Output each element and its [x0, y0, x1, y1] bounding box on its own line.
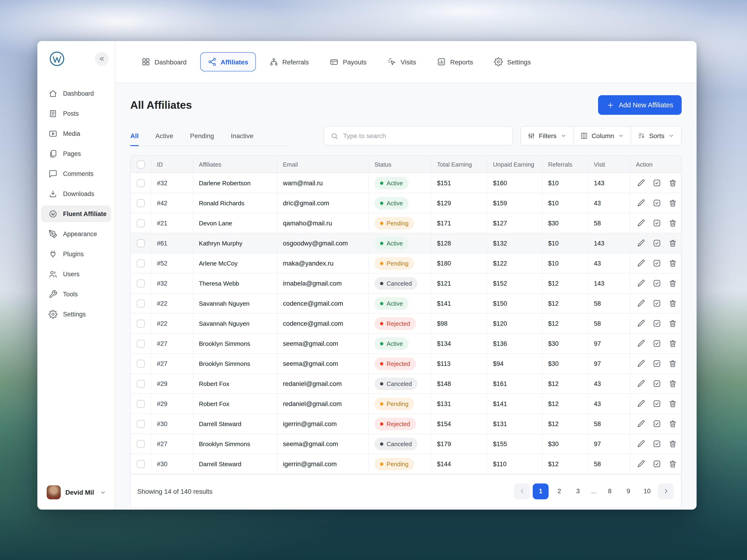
row-checkbox[interactable]	[137, 239, 145, 247]
row-checkbox[interactable]	[137, 179, 145, 187]
page-button-8[interactable]: 8	[602, 483, 618, 499]
sidebar-item-plugins[interactable]: Plugins	[41, 245, 111, 262]
delete-icon[interactable]	[669, 239, 677, 247]
row-checkbox[interactable]	[137, 460, 145, 468]
approve-icon[interactable]	[653, 199, 661, 207]
edit-icon[interactable]	[637, 239, 645, 247]
approve-icon[interactable]	[653, 439, 661, 448]
row-checkbox[interactable]	[137, 319, 145, 327]
row-checkbox[interactable]	[137, 340, 145, 347]
approve-icon[interactable]	[653, 259, 661, 267]
delete-icon[interactable]	[669, 460, 677, 468]
delete-icon[interactable]	[669, 319, 677, 328]
approve-icon[interactable]	[653, 379, 661, 388]
row-checkbox[interactable]	[137, 359, 145, 368]
delete-icon[interactable]	[669, 219, 677, 227]
topnav-item-payouts[interactable]: Payouts	[323, 52, 374, 72]
column-button[interactable]: Column	[574, 127, 632, 145]
edit-icon[interactable]	[637, 179, 645, 187]
approve-icon[interactable]	[653, 319, 661, 328]
next-page-button[interactable]	[658, 483, 674, 499]
edit-icon[interactable]	[637, 379, 645, 388]
approve-icon[interactable]	[653, 179, 661, 187]
sidebar-collapse-button[interactable]	[95, 52, 109, 66]
delete-icon[interactable]	[669, 420, 677, 428]
approve-icon[interactable]	[653, 359, 661, 368]
prev-page-button[interactable]	[514, 483, 530, 499]
sidebar-item-downloads[interactable]: Downloads	[41, 185, 111, 202]
select-all-checkbox[interactable]	[137, 160, 145, 168]
approve-icon[interactable]	[653, 239, 661, 247]
edit-icon[interactable]	[637, 339, 645, 348]
page-button-1[interactable]: 1	[533, 483, 548, 499]
edit-icon[interactable]	[637, 259, 645, 267]
edit-icon[interactable]	[637, 299, 645, 308]
edit-icon[interactable]	[637, 420, 645, 428]
edit-icon[interactable]	[637, 319, 645, 328]
sidebar-item-appearance[interactable]: Appearance	[41, 225, 111, 242]
delete-icon[interactable]	[669, 399, 677, 408]
search-input[interactable]	[343, 132, 506, 139]
delete-icon[interactable]	[669, 279, 677, 288]
add-new-affiliates-button[interactable]: Add New Affiliates	[598, 95, 681, 115]
approve-icon[interactable]	[653, 279, 661, 288]
topnav-item-dashboard[interactable]: Dashboard	[134, 52, 194, 72]
filters-button[interactable]: Filters	[521, 127, 574, 145]
delete-icon[interactable]	[669, 259, 677, 267]
delete-icon[interactable]	[669, 359, 677, 368]
topnav-item-settings[interactable]: Settings	[487, 52, 538, 72]
sidebar-item-posts[interactable]: Posts	[41, 105, 111, 122]
page-button-9[interactable]: 9	[620, 483, 636, 499]
page-button-10[interactable]: 10	[639, 483, 655, 499]
tab-inactive[interactable]: Inactive	[231, 132, 254, 145]
row-checkbox[interactable]	[137, 259, 145, 267]
sidebar-item-dashboard[interactable]: Dashboard	[41, 85, 111, 102]
edit-icon[interactable]	[637, 399, 645, 408]
edit-icon[interactable]	[637, 199, 645, 207]
cell-total-earning: $128	[431, 233, 487, 253]
approve-icon[interactable]	[653, 219, 661, 227]
approve-icon[interactable]	[653, 420, 661, 428]
delete-icon[interactable]	[669, 339, 677, 348]
sidebar-item-fluent-affiliate[interactable]: Fluent Affiliate	[41, 205, 111, 222]
sorts-button[interactable]: Sorts	[632, 127, 681, 145]
approve-icon[interactable]	[653, 339, 661, 348]
tab-active[interactable]: Active	[155, 132, 173, 145]
delete-icon[interactable]	[669, 199, 677, 207]
row-checkbox[interactable]	[137, 380, 145, 388]
row-checkbox[interactable]	[137, 299, 145, 307]
sidebar-item-comments[interactable]: Comments	[41, 165, 111, 182]
topnav-item-affiliates[interactable]: Affiliates	[200, 52, 256, 72]
approve-icon[interactable]	[653, 460, 661, 468]
topnav-item-visits[interactable]: Visits	[380, 52, 423, 72]
edit-icon[interactable]	[637, 279, 645, 288]
row-checkbox[interactable]	[137, 400, 145, 408]
edit-icon[interactable]	[637, 460, 645, 468]
sidebar-item-settings[interactable]: Settings	[41, 306, 111, 322]
edit-icon[interactable]	[637, 219, 645, 227]
row-checkbox[interactable]	[137, 420, 145, 428]
edit-icon[interactable]	[637, 439, 645, 448]
sidebar-item-tools[interactable]: Tools	[41, 286, 111, 302]
row-checkbox[interactable]	[137, 440, 145, 448]
delete-icon[interactable]	[669, 439, 677, 448]
row-checkbox[interactable]	[137, 199, 145, 207]
sidebar-item-users[interactable]: Users	[41, 266, 111, 282]
sidebar-item-pages[interactable]: Pages	[41, 145, 111, 162]
sidebar-item-media[interactable]: Media	[41, 125, 111, 142]
approve-icon[interactable]	[653, 399, 661, 408]
row-checkbox[interactable]	[137, 219, 145, 227]
delete-icon[interactable]	[669, 299, 677, 308]
topnav-item-referrals[interactable]: Referrals	[262, 52, 316, 72]
topnav-item-reports[interactable]: Reports	[430, 52, 481, 72]
delete-icon[interactable]	[669, 179, 677, 187]
approve-icon[interactable]	[653, 299, 661, 308]
tab-all[interactable]: All	[130, 132, 139, 145]
delete-icon[interactable]	[669, 379, 677, 388]
page-button-2[interactable]: 2	[551, 483, 567, 499]
page-button-3[interactable]: 3	[570, 483, 586, 499]
user-menu[interactable]: Devid Mil	[37, 479, 115, 510]
row-checkbox[interactable]	[137, 279, 145, 287]
tab-pending[interactable]: Pending	[190, 132, 214, 145]
edit-icon[interactable]	[637, 359, 645, 368]
